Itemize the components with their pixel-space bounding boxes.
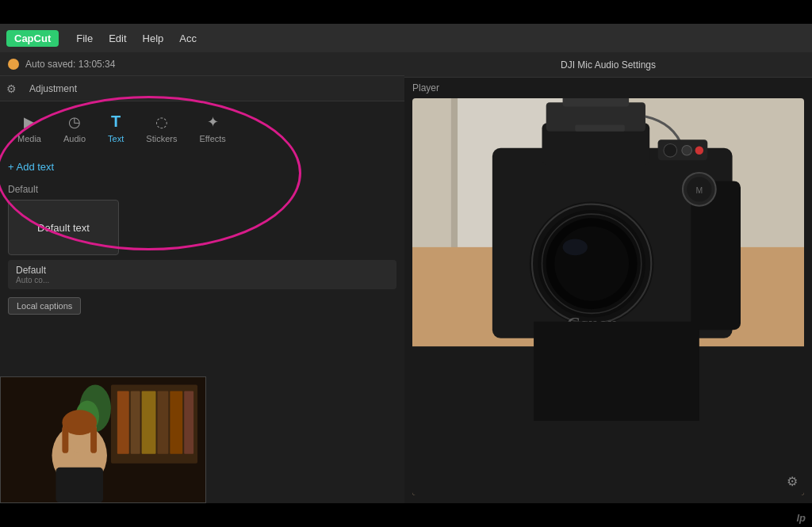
tab-effects[interactable]: ✦ Effects (190, 109, 235, 148)
player-label: Player (404, 78, 812, 98)
svg-point-43 (695, 147, 703, 155)
watermark: lp (796, 512, 806, 524)
svg-point-37 (563, 239, 588, 255)
autosave-bar: Auto saved: 13:05:34 (0, 52, 404, 76)
list-item-sub: Auto co... (16, 276, 389, 285)
player-area: Player (404, 78, 812, 503)
menu-file[interactable]: File (68, 29, 101, 48)
svg-rect-5 (157, 391, 168, 453)
right-panel: DJI Mic Audio Settings Player (404, 52, 812, 503)
autosave-text: Auto saved: 13:05:34 (25, 59, 115, 70)
media-icon: ▶ (24, 113, 35, 131)
adjustment-label[interactable]: Adjustment (23, 80, 83, 97)
svg-rect-14 (90, 426, 97, 453)
menu-help[interactable]: Help (135, 29, 172, 48)
tab-media-label: Media (17, 134, 41, 143)
local-captions-button[interactable]: Local captions (8, 297, 81, 315)
tab-audio[interactable]: ◷ Audio (54, 109, 95, 148)
tab-media[interactable]: ▶ Media (8, 109, 51, 148)
tab-text[interactable]: T Text (98, 108, 133, 148)
svg-rect-13 (62, 426, 68, 453)
tab-audio-label: Audio (63, 134, 86, 143)
svg-text:M: M (695, 186, 703, 195)
right-header: DJI Mic Audio Settings (404, 52, 812, 78)
svg-rect-49 (575, 124, 625, 131)
svg-rect-2 (117, 391, 129, 453)
tab-stickers[interactable]: ◌ Stickers (136, 109, 186, 148)
add-text-button[interactable]: + Add text (8, 156, 396, 178)
list-item-label: Default (16, 265, 389, 276)
camera-scene-svg: M Canon EOS M50 Mark II (412, 98, 804, 495)
default-section: Default Default text (8, 184, 396, 255)
svg-point-42 (682, 145, 692, 155)
menu-bar: CapCut File Edit Help Acc (0, 24, 812, 52)
thumbnail-video (1, 377, 205, 502)
video-bottom-bar: ⚙ (787, 474, 798, 489)
svg-rect-3 (131, 391, 140, 453)
svg-rect-4 (142, 391, 156, 453)
black-bar-bottom (0, 503, 812, 527)
menu-acc[interactable]: Acc (171, 29, 205, 48)
video-canvas: M Canon EOS M50 Mark II ⚙ (412, 98, 804, 495)
settings-icon[interactable]: ⚙ (787, 474, 798, 489)
svg-point-36 (554, 227, 629, 301)
svg-rect-6 (170, 391, 182, 453)
svg-rect-7 (184, 391, 193, 453)
default-section-label: Default (8, 184, 396, 195)
right-header-title: DJI Mic Audio Settings (561, 59, 656, 71)
svg-rect-51 (534, 322, 699, 421)
app-body: Auto saved: 13:05:34 ⚙ Adjustment ▶ Medi… (0, 52, 812, 503)
text-icon: T (111, 113, 121, 131)
sliders-icon: ⚙ (6, 82, 17, 95)
nav-tabs: ▶ Media ◷ Audio T Text ◌ Stickers ✦ Ef (0, 101, 404, 148)
main-content: CapCut File Edit Help Acc Auto saved: 13… (0, 24, 812, 503)
default-text-box[interactable]: Default text (8, 200, 119, 255)
svg-rect-17 (56, 468, 103, 502)
black-bar-top (0, 0, 812, 24)
tab-stickers-label: Stickers (146, 134, 177, 143)
tab-effects-label: Effects (199, 134, 225, 143)
default-list-item[interactable]: Default Auto co... (8, 260, 396, 289)
toolbar-row: ⚙ Adjustment (0, 76, 404, 101)
svg-point-41 (664, 143, 677, 157)
app-logo[interactable]: CapCut (6, 30, 59, 47)
tab-text-label: Text (108, 134, 124, 143)
audio-icon: ◷ (68, 113, 81, 131)
thumbnail-scene (1, 377, 205, 502)
thumbnail-container (0, 376, 206, 503)
stickers-icon: ◌ (155, 113, 168, 131)
menu-edit[interactable]: Edit (101, 29, 134, 48)
left-panel: Auto saved: 13:05:34 ⚙ Adjustment ▶ Medi… (0, 52, 404, 503)
autosave-dot (8, 59, 19, 70)
svg-rect-32 (563, 98, 630, 106)
effects-icon: ✦ (207, 113, 219, 131)
